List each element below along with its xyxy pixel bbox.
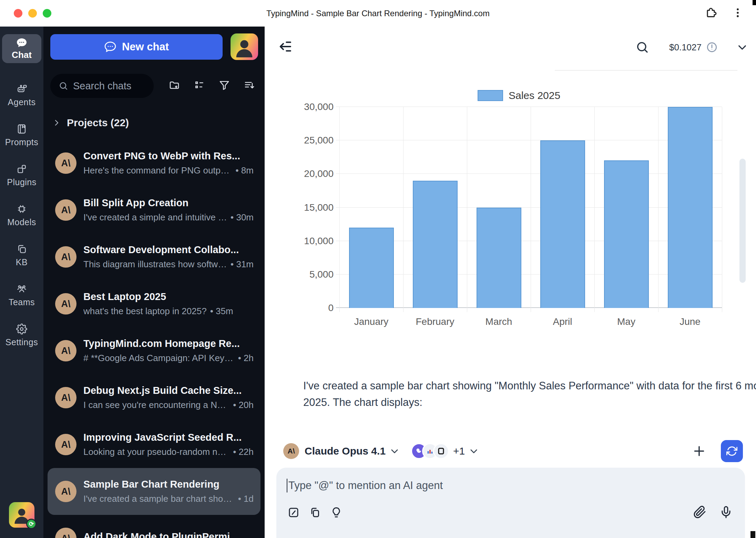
gridline-x bbox=[722, 107, 722, 312]
sidebar-item-teams[interactable]: Teams bbox=[0, 275, 43, 315]
kebab-menu-icon[interactable] bbox=[732, 7, 744, 20]
microphone-icon[interactable] bbox=[719, 506, 733, 520]
chat-title: Best Laptop 2025 bbox=[83, 291, 254, 302]
chart-legend: Sales 2025 bbox=[478, 90, 560, 101]
chat-list-item[interactable]: A\ Debug Next.js Build Cache Size... I c… bbox=[48, 374, 260, 421]
text-caret bbox=[287, 479, 287, 492]
chat-list-item[interactable]: A\ Software Development Collabo... This … bbox=[48, 233, 260, 280]
bar-May bbox=[604, 160, 649, 308]
scrollbar-thumb[interactable] bbox=[739, 159, 746, 283]
chat-title: Add Dark Mode to PluginPermi... bbox=[83, 531, 254, 538]
traffic-lights bbox=[14, 9, 51, 18]
chat-list-item-selected[interactable]: A\ Sample Bar Chart Rendering I've creat… bbox=[48, 468, 260, 515]
chat-snippet: I can see you're encountering a Next... bbox=[83, 400, 229, 410]
minimize-window-button[interactable] bbox=[28, 9, 37, 18]
y-tick-label: 15,000 bbox=[304, 202, 334, 213]
bar-February bbox=[413, 181, 458, 308]
profile-avatar[interactable] bbox=[231, 33, 258, 60]
chat-list-item[interactable]: A\ Best Laptop 2025 what's the best lapt… bbox=[48, 280, 260, 327]
nav-rail: Chat Agents Prompts Plugins Models bbox=[0, 27, 43, 538]
chat-snippet: I've created a sample bar chart showi... bbox=[83, 494, 235, 504]
chat-title: Software Development Collabo... bbox=[83, 244, 254, 256]
plugins-more-count[interactable]: +1 bbox=[453, 445, 465, 457]
sidebar-item-agents[interactable]: Agents bbox=[0, 75, 43, 115]
plugins-selector[interactable] bbox=[411, 443, 449, 459]
sidebar-item-models[interactable]: Models bbox=[0, 195, 43, 235]
extensions-icon[interactable] bbox=[705, 7, 717, 20]
assistant-message: I've created a sample bar chart showing … bbox=[303, 378, 756, 411]
cost-indicator[interactable]: $0.1027 bbox=[669, 42, 702, 53]
chat-snippet: # **Google Ads Campaign: API Key U... bbox=[83, 353, 235, 363]
sidebar-item-settings[interactable]: Settings bbox=[0, 315, 43, 355]
close-window-button[interactable] bbox=[14, 9, 22, 18]
chat-list-item[interactable]: A\ Bill Split App Creation I've created … bbox=[48, 187, 260, 233]
gridline-y-25000 bbox=[336, 140, 722, 140]
prompt-library-icon[interactable] bbox=[287, 506, 300, 520]
title-bar: TypingMind - Sample Bar Chart Rendering … bbox=[0, 0, 756, 27]
chevron-down-icon[interactable] bbox=[737, 42, 748, 53]
anthropic-avatar: A\ bbox=[55, 434, 76, 455]
sidebar-item-plugins[interactable]: Plugins bbox=[0, 155, 43, 195]
search-chats-field[interactable] bbox=[50, 74, 154, 98]
y-tick-label: 10,000 bbox=[304, 236, 334, 247]
anthropic-avatar: A\ bbox=[55, 293, 76, 315]
stack-icon bbox=[16, 243, 27, 255]
chat-snippet: I've created a simple and intuitive bi..… bbox=[83, 212, 227, 223]
lightbulb-icon[interactable] bbox=[330, 506, 343, 520]
chat-time: • 1d bbox=[238, 494, 254, 504]
chat-snippet: This diagram illustrates how softwar... bbox=[83, 259, 227, 270]
chevron-down-icon[interactable] bbox=[390, 446, 399, 456]
new-folder-icon[interactable] bbox=[169, 80, 180, 92]
zoom-window-button[interactable] bbox=[43, 9, 51, 18]
attachment-icon[interactable] bbox=[693, 506, 706, 520]
x-tick-label: April bbox=[531, 316, 594, 327]
chat-list-item[interactable]: A\ Convert PNG to WebP with Res... Here'… bbox=[48, 140, 260, 187]
chat-time: • 35m bbox=[210, 306, 233, 317]
collapse-sidebar-icon[interactable] bbox=[278, 40, 294, 55]
chevron-down-icon[interactable] bbox=[469, 446, 479, 456]
chat-time: • 20h bbox=[233, 400, 254, 410]
gridline-x bbox=[531, 107, 531, 312]
search-conversation-icon[interactable] bbox=[635, 40, 649, 54]
sidebar-item-prompts[interactable]: Prompts bbox=[0, 115, 43, 155]
window-edge-artifact bbox=[750, 531, 755, 538]
message-composer[interactable]: Type "@" to mention an AI agent bbox=[276, 468, 745, 538]
sidebar-item-label: Models bbox=[7, 217, 36, 227]
pages-icon[interactable] bbox=[309, 506, 321, 520]
chat-time: • 31m bbox=[231, 259, 254, 270]
anthropic-avatar: A\ bbox=[55, 340, 76, 361]
add-button[interactable] bbox=[693, 445, 706, 458]
anthropic-avatar: A\ bbox=[55, 481, 76, 502]
model-selector[interactable]: Claude Opus 4.1 bbox=[305, 445, 386, 457]
x-tick-label: March bbox=[467, 316, 531, 327]
chat-title: Convert PNG to WebP with Res... bbox=[83, 150, 254, 162]
filter-icon[interactable] bbox=[219, 80, 230, 92]
user-avatar[interactable]: ⟳ bbox=[9, 502, 34, 528]
legend-swatch bbox=[478, 90, 503, 101]
bar-June bbox=[668, 107, 713, 308]
gridline-x bbox=[467, 107, 467, 312]
sidebar-item-label: Plugins bbox=[7, 177, 37, 187]
chat-time: • 22h bbox=[233, 447, 254, 457]
cost-warning-icon[interactable] bbox=[706, 42, 717, 53]
composer-placeholder: Type "@" to mention an AI agent bbox=[288, 479, 443, 492]
sidebar-item-label: KB bbox=[16, 257, 28, 267]
y-tick-label: 0 bbox=[328, 302, 334, 313]
sidebar-item-kb[interactable]: KB bbox=[0, 235, 43, 275]
x-tick-label: February bbox=[403, 316, 467, 327]
projects-group-toggle[interactable]: Projects (22) bbox=[52, 117, 129, 129]
window-edge-artifact bbox=[753, 0, 756, 5]
sort-icon[interactable] bbox=[244, 80, 255, 92]
chat-list-item[interactable]: A\ TypingMind.com Homepage Re... # **Goo… bbox=[48, 327, 260, 374]
regenerate-button[interactable] bbox=[721, 440, 743, 462]
new-chat-button[interactable]: New chat bbox=[50, 34, 223, 60]
model-avatar: A\ bbox=[283, 443, 299, 459]
projects-label: Projects (22) bbox=[67, 117, 129, 129]
bulk-select-icon[interactable] bbox=[194, 80, 205, 92]
sidebar-item-chat[interactable]: Chat bbox=[2, 34, 41, 63]
person-silhouette-icon bbox=[232, 35, 256, 59]
new-chat-label: New chat bbox=[122, 41, 169, 53]
chat-list-item[interactable]: A\ Add Dark Mode to PluginPermi... bbox=[48, 515, 260, 538]
search-chats-input[interactable] bbox=[73, 80, 145, 92]
chat-list-item[interactable]: A\ Improving JavaScript Seeded R... Look… bbox=[48, 421, 260, 468]
